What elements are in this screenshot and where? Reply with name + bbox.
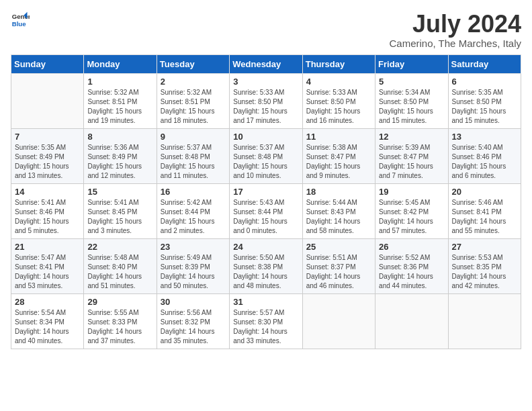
calendar-cell: 25Sunrise: 5:51 AM Sunset: 8:37 PM Dayli… [302,238,375,293]
day-number: 17 [233,187,298,197]
day-number: 27 [452,242,517,252]
day-info: Sunrise: 5:39 AM Sunset: 8:47 PM Dayligh… [379,143,444,181]
calendar-cell: 3Sunrise: 5:33 AM Sunset: 8:50 PM Daylig… [230,73,302,128]
day-number: 22 [87,242,152,252]
day-info: Sunrise: 5:45 AM Sunset: 8:42 PM Dayligh… [379,198,444,236]
calendar-cell: 17Sunrise: 5:43 AM Sunset: 8:44 PM Dayli… [230,183,302,238]
day-number: 11 [306,132,371,142]
header-day-tuesday: Tuesday [157,54,229,73]
day-number: 4 [306,77,371,87]
day-number: 5 [379,77,444,87]
calendar-cell: 18Sunrise: 5:44 AM Sunset: 8:43 PM Dayli… [302,183,375,238]
header-day-friday: Friday [375,54,448,73]
day-info: Sunrise: 5:48 AM Sunset: 8:40 PM Dayligh… [87,253,152,291]
calendar-cell: 30Sunrise: 5:56 AM Sunset: 8:32 PM Dayli… [157,293,229,349]
calendar-cell [448,293,521,349]
calendar-body: 1Sunrise: 5:32 AM Sunset: 8:51 PM Daylig… [11,73,521,349]
day-number: 31 [233,297,298,307]
calendar-cell: 8Sunrise: 5:36 AM Sunset: 8:49 PM Daylig… [84,128,157,183]
day-number: 1 [87,77,152,87]
calendar-cell: 10Sunrise: 5:37 AM Sunset: 8:48 PM Dayli… [230,128,302,183]
calendar-cell [375,293,448,349]
calendar-cell: 12Sunrise: 5:39 AM Sunset: 8:47 PM Dayli… [375,128,448,183]
svg-text:Blue: Blue [12,20,26,28]
calendar-cell: 5Sunrise: 5:34 AM Sunset: 8:50 PM Daylig… [375,73,448,128]
logo-icon: General Blue [11,11,30,30]
calendar-cell: 20Sunrise: 5:46 AM Sunset: 8:41 PM Dayli… [448,183,521,238]
week-row-1: 1Sunrise: 5:32 AM Sunset: 8:51 PM Daylig… [11,73,521,128]
calendar-cell: 2Sunrise: 5:32 AM Sunset: 8:51 PM Daylig… [157,73,229,128]
day-number: 9 [161,132,226,142]
calendar-cell: 4Sunrise: 5:33 AM Sunset: 8:50 PM Daylig… [302,73,375,128]
day-number: 23 [161,242,226,252]
day-number: 30 [161,297,226,307]
day-info: Sunrise: 5:56 AM Sunset: 8:32 PM Dayligh… [161,308,226,346]
day-number: 28 [15,297,80,307]
calendar-cell: 7Sunrise: 5:35 AM Sunset: 8:49 PM Daylig… [11,128,84,183]
day-info: Sunrise: 5:49 AM Sunset: 8:39 PM Dayligh… [161,253,226,291]
day-number: 8 [87,132,152,142]
day-info: Sunrise: 5:35 AM Sunset: 8:50 PM Dayligh… [452,88,517,126]
calendar-cell: 15Sunrise: 5:41 AM Sunset: 8:45 PM Dayli… [84,183,157,238]
day-info: Sunrise: 5:52 AM Sunset: 8:36 PM Dayligh… [379,253,444,291]
day-number: 14 [15,187,80,197]
calendar-table: SundayMondayTuesdayWednesdayThursdayFrid… [11,54,521,349]
day-number: 20 [452,187,517,197]
calendar-cell: 14Sunrise: 5:41 AM Sunset: 8:46 PM Dayli… [11,183,84,238]
week-row-5: 28Sunrise: 5:54 AM Sunset: 8:34 PM Dayli… [11,293,521,349]
day-info: Sunrise: 5:50 AM Sunset: 8:38 PM Dayligh… [233,253,298,291]
header-day-wednesday: Wednesday [230,54,302,73]
title-section: July 2024 Camerino, The Marches, Italy [390,11,521,49]
header-day-saturday: Saturday [448,54,521,73]
day-number: 15 [87,187,152,197]
calendar-cell: 23Sunrise: 5:49 AM Sunset: 8:39 PM Dayli… [157,238,229,293]
day-number: 3 [233,77,298,87]
day-info: Sunrise: 5:51 AM Sunset: 8:37 PM Dayligh… [306,253,371,291]
calendar-cell: 27Sunrise: 5:53 AM Sunset: 8:35 PM Dayli… [448,238,521,293]
day-info: Sunrise: 5:47 AM Sunset: 8:41 PM Dayligh… [15,253,80,291]
day-info: Sunrise: 5:53 AM Sunset: 8:35 PM Dayligh… [452,253,517,291]
day-info: Sunrise: 5:32 AM Sunset: 8:51 PM Dayligh… [161,88,226,126]
header-row: SundayMondayTuesdayWednesdayThursdayFrid… [11,54,521,73]
day-info: Sunrise: 5:57 AM Sunset: 8:30 PM Dayligh… [233,308,298,346]
week-row-2: 7Sunrise: 5:35 AM Sunset: 8:49 PM Daylig… [11,128,521,183]
calendar-cell: 19Sunrise: 5:45 AM Sunset: 8:42 PM Dayli… [375,183,448,238]
day-info: Sunrise: 5:41 AM Sunset: 8:46 PM Dayligh… [15,198,80,236]
calendar-cell: 11Sunrise: 5:38 AM Sunset: 8:47 PM Dayli… [302,128,375,183]
calendar-cell: 26Sunrise: 5:52 AM Sunset: 8:36 PM Dayli… [375,238,448,293]
day-number: 26 [379,242,444,252]
day-info: Sunrise: 5:33 AM Sunset: 8:50 PM Dayligh… [233,88,298,126]
calendar-cell [11,73,84,128]
day-info: Sunrise: 5:37 AM Sunset: 8:48 PM Dayligh… [161,143,226,181]
header-day-monday: Monday [84,54,157,73]
month-title: July 2024 [390,11,521,38]
logo: General Blue [11,11,30,30]
day-number: 2 [161,77,226,87]
day-info: Sunrise: 5:55 AM Sunset: 8:33 PM Dayligh… [87,308,152,346]
calendar-cell: 13Sunrise: 5:40 AM Sunset: 8:46 PM Dayli… [448,128,521,183]
day-number: 18 [306,187,371,197]
location-subtitle: Camerino, The Marches, Italy [390,38,521,49]
calendar-cell: 1Sunrise: 5:32 AM Sunset: 8:51 PM Daylig… [84,73,157,128]
day-number: 16 [161,187,226,197]
calendar-cell: 16Sunrise: 5:42 AM Sunset: 8:44 PM Dayli… [157,183,229,238]
day-number: 13 [452,132,517,142]
calendar-cell: 24Sunrise: 5:50 AM Sunset: 8:38 PM Dayli… [230,238,302,293]
day-info: Sunrise: 5:46 AM Sunset: 8:41 PM Dayligh… [452,198,517,236]
day-info: Sunrise: 5:38 AM Sunset: 8:47 PM Dayligh… [306,143,371,181]
day-number: 24 [233,242,298,252]
calendar-cell: 31Sunrise: 5:57 AM Sunset: 8:30 PM Dayli… [230,293,302,349]
day-info: Sunrise: 5:54 AM Sunset: 8:34 PM Dayligh… [15,308,80,346]
header-day-sunday: Sunday [11,54,84,73]
day-info: Sunrise: 5:36 AM Sunset: 8:49 PM Dayligh… [87,143,152,181]
day-info: Sunrise: 5:41 AM Sunset: 8:45 PM Dayligh… [87,198,152,236]
day-info: Sunrise: 5:44 AM Sunset: 8:43 PM Dayligh… [306,198,371,236]
calendar-cell: 6Sunrise: 5:35 AM Sunset: 8:50 PM Daylig… [448,73,521,128]
day-info: Sunrise: 5:42 AM Sunset: 8:44 PM Dayligh… [161,198,226,236]
day-info: Sunrise: 5:34 AM Sunset: 8:50 PM Dayligh… [379,88,444,126]
calendar-cell [302,293,375,349]
day-info: Sunrise: 5:33 AM Sunset: 8:50 PM Dayligh… [306,88,371,126]
day-info: Sunrise: 5:32 AM Sunset: 8:51 PM Dayligh… [87,88,152,126]
calendar-cell: 21Sunrise: 5:47 AM Sunset: 8:41 PM Dayli… [11,238,84,293]
day-number: 7 [15,132,80,142]
